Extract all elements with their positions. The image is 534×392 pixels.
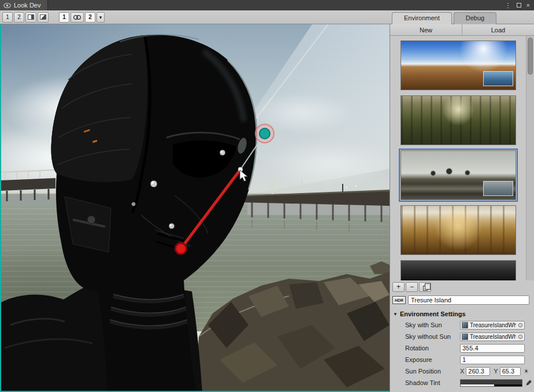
environment-settings-header[interactable]: ▼ Environment Settings — [390, 309, 534, 319]
layout-side-by-side-button[interactable] — [25, 12, 36, 23]
link-icon — [73, 14, 81, 20]
panel-tab-bar: Environment Debug — [392, 12, 496, 24]
sky-with-sun-object-field[interactable]: TreasureIslandWh ⊙ — [460, 321, 525, 330]
shadow-tint-color-swatch[interactable] — [460, 379, 522, 387]
sky-with-sun-value: TreasureIslandWh — [470, 322, 516, 328]
new-environment-button[interactable]: New — [390, 24, 462, 35]
exposure-row: Exposure 1 — [390, 354, 534, 365]
shadow-tint-row: Shadow Tint — [390, 377, 534, 389]
environment-dropdown-button[interactable]: ▾ — [97, 12, 105, 23]
remove-environment-button[interactable]: − — [406, 282, 418, 292]
layout-view2-button[interactable]: 2 — [14, 12, 24, 23]
mouse-cursor — [240, 170, 247, 182]
lookdev-window: Look Dev ⋮ × 1 2 1 2 ▾ — [0, 0, 534, 392]
sun-x-input[interactable]: 260.3 — [466, 367, 490, 376]
sky-with-sun-row: Sky with Sun TreasureIslandWh ⊙ — [390, 319, 534, 331]
rotation-row: Rotation 355.4 — [390, 342, 534, 354]
shadow-tint-label: Shadow Tint — [405, 379, 460, 386]
close-icon[interactable]: × — [526, 0, 530, 10]
tab-environment[interactable]: Environment — [392, 12, 452, 24]
sky-with-sun-label: Sky with Sun — [405, 321, 460, 328]
environment-list-buttons: + − — [392, 282, 431, 292]
sun-position-row: Sun Position X 260.3 Y 65.3 ☀ — [390, 365, 534, 377]
thumbnail-scrollbar[interactable] — [526, 36, 534, 280]
sun-pick-icon[interactable]: ☀ — [524, 368, 529, 375]
cubemap-thumb-icon — [462, 322, 468, 328]
sun-position-label: Sun Position — [405, 368, 460, 375]
link-environments-button[interactable] — [71, 12, 84, 23]
exposure-label[interactable]: Exposure — [405, 356, 460, 363]
layout-view1-button[interactable]: 1 — [2, 12, 13, 23]
environment-panel: New Load + − HDR Tresure Island ▼ Enviro… — [390, 24, 534, 392]
settings-header-label: Environment Settings — [400, 310, 466, 317]
duplicate-icon — [423, 286, 428, 291]
env-thumbnail-night[interactable] — [400, 260, 516, 280]
environment-thumbnail-list — [390, 36, 534, 280]
sun-x-axis-label[interactable]: X — [460, 368, 464, 375]
maximize-icon[interactable] — [517, 3, 521, 8]
lookdev-viewport[interactable] — [0, 24, 390, 392]
hdr-name-row: HDR Tresure Island — [392, 295, 529, 305]
env-thumbnail-treasure-island[interactable] — [400, 150, 516, 200]
sun-y-axis-label[interactable]: Y — [494, 368, 498, 375]
environment-name-input[interactable]: Tresure Island — [408, 295, 529, 305]
sky-without-sun-object-field[interactable]: TreasureIslandWh ⊙ — [460, 332, 525, 341]
split-indicator-left — [0, 24, 1, 392]
add-environment-button[interactable]: + — [392, 282, 405, 292]
layout-split-button[interactable] — [38, 12, 49, 23]
lookdev-eye-icon — [3, 3, 11, 8]
sun-y-input[interactable]: 65.3 — [500, 367, 521, 376]
hdr-badge: HDR — [392, 296, 406, 304]
tab-debug[interactable]: Debug — [454, 12, 496, 24]
rotation-label[interactable]: Rotation — [405, 345, 460, 352]
gizmo-sun-handle — [259, 128, 270, 139]
exposure-input[interactable]: 1 — [460, 356, 525, 364]
environment-1-button[interactable]: 1 — [59, 12, 69, 23]
env-thumbnail-inset — [483, 181, 513, 196]
environment-actions: New Load — [390, 24, 534, 36]
sky-without-sun-label: Sky without Sun — [405, 333, 460, 340]
env-thumbnail-forest[interactable] — [400, 95, 516, 145]
environment-settings-section: ▼ Environment Settings Sky with Sun Trea… — [390, 309, 534, 389]
object-picker-icon[interactable]: ⊙ — [518, 322, 523, 328]
duplicate-environment-button[interactable] — [419, 282, 431, 292]
load-environment-button[interactable]: Load — [462, 24, 534, 35]
sky-without-sun-value: TreasureIslandWh — [470, 334, 516, 340]
gizmo-shadow-handle — [176, 243, 187, 254]
diagonal-split-icon — [40, 14, 46, 20]
eyedropper-icon[interactable] — [525, 379, 532, 386]
cubemap-thumb-icon — [462, 334, 468, 340]
gizmo-layer — [0, 24, 390, 392]
side-by-side-icon — [28, 14, 34, 20]
env-thumbnail-cathedral[interactable] — [400, 205, 516, 255]
scrollbar-thumb[interactable] — [528, 38, 533, 75]
env-thumbnail-inset — [483, 71, 513, 86]
object-picker-icon[interactable]: ⊙ — [518, 334, 523, 340]
chevron-down-icon: ▾ — [99, 14, 102, 20]
env-thumbnail-sunny[interactable] — [400, 40, 516, 90]
titlebar[interactable]: Look Dev ⋮ × — [0, 0, 534, 10]
foldout-triangle-icon[interactable]: ▼ — [393, 312, 398, 317]
environment-2-button[interactable]: 2 — [85, 12, 95, 23]
sun-position-gizmo[interactable] — [176, 124, 275, 254]
sky-without-sun-row: Sky without Sun TreasureIslandWh ⊙ — [390, 331, 534, 342]
window-menu-icon[interactable]: ⋮ — [505, 0, 511, 10]
rotation-input[interactable]: 355.4 — [460, 344, 525, 353]
lookdev-window-tab[interactable]: Look Dev — [0, 0, 48, 10]
window-title: Look Dev — [14, 2, 40, 9]
